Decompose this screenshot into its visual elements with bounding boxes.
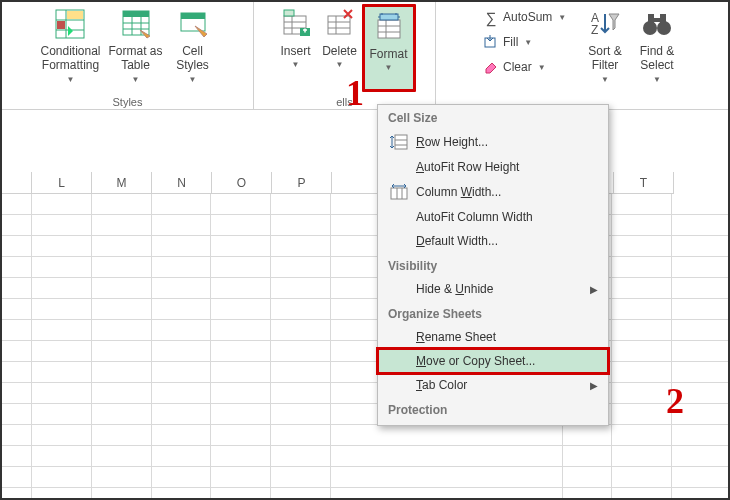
cell[interactable] [271, 446, 331, 467]
menu-hide-unhide[interactable]: Hide & Unhide ▶ [378, 277, 608, 301]
cell[interactable] [92, 278, 152, 299]
autosum-button[interactable]: ∑ AutoSum ▼ [483, 6, 575, 28]
cell[interactable] [563, 488, 613, 500]
cell[interactable] [152, 446, 212, 467]
cell[interactable] [211, 299, 271, 320]
cell[interactable] [152, 383, 212, 404]
cell[interactable] [152, 320, 212, 341]
cell[interactable] [2, 488, 32, 500]
col-header[interactable]: P [272, 172, 332, 194]
cell[interactable] [2, 278, 32, 299]
menu-autofit-row[interactable]: AutoFit Row Height [378, 155, 608, 179]
cell[interactable] [2, 341, 32, 362]
cell[interactable] [612, 341, 672, 362]
cell[interactable] [32, 299, 92, 320]
cell[interactable] [152, 257, 212, 278]
cell[interactable] [92, 488, 152, 500]
cell[interactable] [92, 257, 152, 278]
cell[interactable] [672, 488, 730, 500]
cell[interactable] [152, 341, 212, 362]
cell[interactable] [672, 446, 730, 467]
cell[interactable] [32, 236, 92, 257]
cell[interactable] [211, 341, 271, 362]
cell[interactable] [672, 383, 730, 404]
cell[interactable] [211, 383, 271, 404]
cell[interactable] [672, 425, 730, 446]
cell[interactable] [2, 194, 32, 215]
cell[interactable] [612, 362, 672, 383]
col-header[interactable]: L [32, 172, 92, 194]
cell[interactable] [2, 257, 32, 278]
cell[interactable] [672, 320, 730, 341]
cell[interactable] [563, 446, 613, 467]
cell[interactable] [2, 215, 32, 236]
fill-button[interactable]: Fill ▼ [483, 31, 575, 53]
cell[interactable] [92, 404, 152, 425]
col-header[interactable]: T [614, 172, 674, 194]
cell[interactable] [152, 425, 212, 446]
cell[interactable] [612, 257, 672, 278]
cell[interactable] [152, 362, 212, 383]
cell[interactable] [672, 299, 730, 320]
cell[interactable] [32, 362, 92, 383]
cell[interactable] [211, 404, 271, 425]
cell[interactable] [271, 488, 331, 500]
cell[interactable] [92, 215, 152, 236]
cell[interactable] [672, 215, 730, 236]
insert-button[interactable]: Insert ▼ [274, 4, 318, 92]
cell[interactable] [672, 467, 730, 488]
cell[interactable] [32, 488, 92, 500]
menu-autofit-column[interactable]: AutoFit Column Width [378, 205, 608, 229]
cell[interactable] [672, 194, 730, 215]
cell[interactable] [2, 446, 32, 467]
cell[interactable] [92, 425, 152, 446]
cell[interactable] [32, 446, 92, 467]
cell[interactable] [92, 236, 152, 257]
cell[interactable] [672, 341, 730, 362]
cell[interactable] [32, 383, 92, 404]
spreadsheet-grid[interactable]: L M N O P T [2, 172, 730, 500]
cell[interactable] [331, 488, 562, 500]
menu-move-or-copy[interactable]: Move or Copy Sheet... [378, 349, 608, 373]
cell[interactable] [92, 446, 152, 467]
cell[interactable] [2, 299, 32, 320]
cell[interactable] [672, 404, 730, 425]
cell[interactable] [211, 278, 271, 299]
cell[interactable] [271, 341, 331, 362]
col-header[interactable]: M [92, 172, 152, 194]
cell[interactable] [211, 257, 271, 278]
cell[interactable] [32, 341, 92, 362]
cell[interactable] [32, 404, 92, 425]
cell[interactable] [271, 425, 331, 446]
cell[interactable] [32, 320, 92, 341]
cell[interactable] [211, 467, 271, 488]
cell[interactable] [612, 194, 672, 215]
cell[interactable] [271, 257, 331, 278]
cell[interactable] [32, 215, 92, 236]
cell[interactable] [612, 488, 672, 500]
col-header[interactable]: O [212, 172, 272, 194]
cell[interactable] [211, 425, 271, 446]
cell[interactable] [32, 257, 92, 278]
cell[interactable] [152, 467, 212, 488]
cell[interactable] [2, 425, 32, 446]
format-as-table-button[interactable]: Format asTable ▼ [105, 4, 167, 92]
cell[interactable] [211, 194, 271, 215]
cell[interactable] [92, 467, 152, 488]
cell[interactable] [612, 383, 672, 404]
cell[interactable] [152, 404, 212, 425]
cell[interactable] [32, 425, 92, 446]
cell[interactable] [672, 257, 730, 278]
cell[interactable] [271, 404, 331, 425]
cell[interactable] [612, 215, 672, 236]
cell[interactable] [152, 299, 212, 320]
delete-button[interactable]: Delete ▼ [318, 4, 362, 92]
cell[interactable] [612, 236, 672, 257]
menu-column-width[interactable]: Column Width... [378, 179, 608, 205]
cell[interactable] [211, 320, 271, 341]
cell[interactable] [2, 383, 32, 404]
cell[interactable] [271, 320, 331, 341]
cell[interactable] [271, 194, 331, 215]
cell[interactable] [2, 404, 32, 425]
clear-button[interactable]: Clear ▼ [483, 56, 575, 78]
